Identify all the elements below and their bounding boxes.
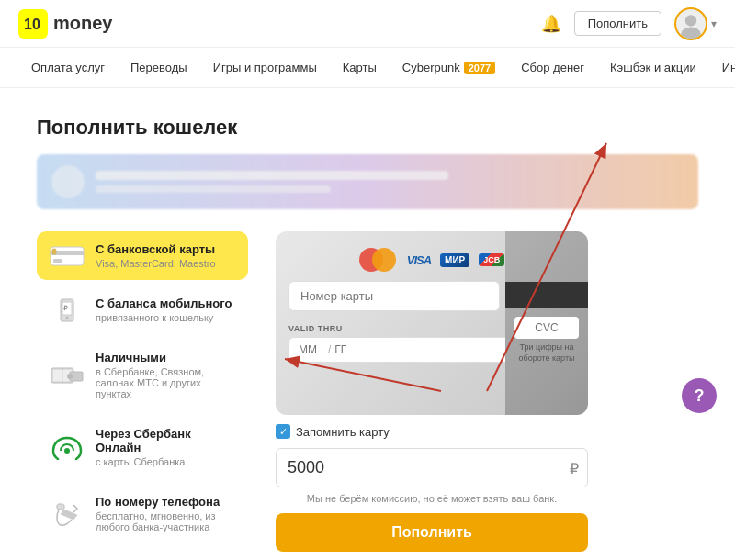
remember-card-checkbox[interactable]: ✓ <box>276 424 290 439</box>
avatar <box>674 7 707 40</box>
cvc-hint: Три цифры на обороте карты <box>505 342 588 364</box>
ruble-icon: ₽ <box>570 459 579 476</box>
method-mobile[interactable]: ₽ С баланса мобильного привязанного к ко… <box>37 286 248 334</box>
nav-item-perevody[interactable]: Переводы <box>118 48 200 88</box>
cyberpunk-badge: 2077 <box>464 62 495 74</box>
remember-card-label: Запомнить карту <box>296 425 390 439</box>
bank-card-icon <box>50 243 85 269</box>
logo-icon: 10 <box>18 9 48 39</box>
sberbank-icon <box>50 434 85 460</box>
page-title: Пополнить кошелек <box>37 116 698 140</box>
nav-item-cashback[interactable]: Кэшбэк и акции <box>597 48 709 88</box>
svg-point-20 <box>64 448 70 454</box>
header: 10 money 🔔 Пополнить ▾ <box>0 0 735 48</box>
logo-area: 10 money <box>18 9 112 39</box>
payment-methods-list: С банковской карты Visa, MasterCard, Mae… <box>37 231 248 549</box>
main-content: Пополнить кошелек <box>0 88 735 560</box>
method-bank-card[interactable]: С банковской карты Visa, MasterCard, Mae… <box>37 231 248 280</box>
svg-point-2 <box>685 15 696 26</box>
cash-subtitle: в Сбербанке, Связном, салонах МТС и друг… <box>96 366 235 399</box>
amount-row: ₽ <box>276 448 588 487</box>
card-number-input[interactable] <box>288 281 500 311</box>
promo-text <box>96 171 684 193</box>
bank-card-title: С банковской карты <box>96 242 216 256</box>
bell-icon[interactable]: 🔔 <box>541 14 561 34</box>
promo-banner[interactable] <box>37 154 698 209</box>
date-slash: / <box>328 343 331 356</box>
svg-point-19 <box>67 374 73 379</box>
svg-point-13 <box>66 316 69 319</box>
nav-item-oplata[interactable]: Оплата услуг <box>18 48 118 88</box>
chevron-down-icon: ▾ <box>711 17 717 30</box>
cvc-area: Три цифры на обороте карты <box>505 231 588 415</box>
nav-item-cyberpunk[interactable]: Cyberpunk 2077 <box>390 48 508 88</box>
svg-point-3 <box>681 27 700 38</box>
nav-item-investicii[interactable]: Инвестиции <box>709 48 735 88</box>
phone-subtitle: бесплатно, мгновенно, из любого банка-уч… <box>96 510 235 532</box>
sberbank-subtitle: с карты Сбербанка <box>96 456 235 467</box>
nav-item-karty[interactable]: Карты <box>330 48 390 88</box>
amount-input-wrapper: ₽ <box>276 448 588 487</box>
nav-item-sbor[interactable]: Сбор денег <box>508 48 597 88</box>
svg-rect-6 <box>53 259 62 263</box>
help-button[interactable]: ? <box>682 378 717 413</box>
nav: Оплата услуг Переводы Игры и программы К… <box>0 48 735 88</box>
sberbank-title: Через Сбербанк Онлайн <box>96 427 235 454</box>
nav-item-igry[interactable]: Игры и программы <box>200 48 330 88</box>
card-visual: VISA МИР JCB VALID THRU / <box>276 231 588 415</box>
magnetic-stripe <box>505 282 588 308</box>
card-form-area: VISA МИР JCB VALID THRU / <box>276 231 698 560</box>
replenish-button[interactable]: Пополнить <box>276 513 588 552</box>
logo-text: money <box>53 13 112 34</box>
mobile-subtitle: привязанного к кошельку <box>96 312 232 323</box>
month-input[interactable] <box>299 343 324 356</box>
year-input[interactable] <box>334 343 360 356</box>
no-commission-text: Мы не берём комиссию, но её может взять … <box>276 493 588 504</box>
cash-title: Наличными <box>96 351 235 364</box>
cash-icon <box>50 363 85 388</box>
method-sberbank[interactable]: Через Сбербанк Онлайн с карты Сбербанка <box>37 416 248 478</box>
header-right: 🔔 Пополнить ▾ <box>541 7 717 40</box>
mir-logo: МИР <box>440 253 469 267</box>
promo-image <box>51 165 85 198</box>
visa-logo: VISA <box>407 253 431 267</box>
jcb-logo: JCB <box>479 253 504 266</box>
svg-text:10: 10 <box>24 17 40 32</box>
top-replenish-button[interactable]: Пополнить <box>574 11 662 36</box>
remember-card-row: ✓ Запомнить карту <box>276 424 588 439</box>
mobile-icon: ₽ <box>50 297 85 323</box>
user-avatar-area[interactable]: ▾ <box>674 7 717 40</box>
method-phone[interactable]: По номеру телефона бесплатно, мгновенно,… <box>37 484 248 543</box>
card-logos: VISA МИР JCB <box>359 248 505 272</box>
cvc-input[interactable] <box>514 317 579 339</box>
content-area: С банковской карты Visa, MasterCard, Mae… <box>37 231 698 560</box>
phone-icon <box>50 501 85 527</box>
method-cash[interactable]: Наличными в Сбербанке, Связном, салонах … <box>37 340 248 410</box>
phone-title: По номеру телефона <box>96 495 235 509</box>
amount-input[interactable] <box>276 448 588 487</box>
bank-card-subtitle: Visa, MasterCard, Maestro <box>96 258 216 269</box>
mobile-title: С баланса мобильного <box>96 297 232 310</box>
